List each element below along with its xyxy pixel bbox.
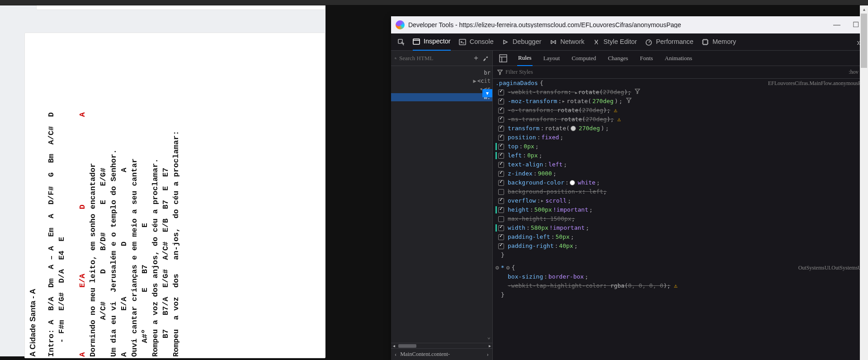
- window-titlebar[interactable]: Developer Tools - https://elizeu-ferreir…: [391, 16, 868, 33]
- css-declaration[interactable]: padding-right: 40px;: [495, 242, 863, 251]
- domtree-overflow-icon[interactable]: ⌄: [487, 333, 491, 341]
- css-declaration[interactable]: top: 0px;: [495, 142, 863, 151]
- subtab-layout[interactable]: Layout: [542, 51, 561, 66]
- gear-icon[interactable]: ⚙: [495, 263, 499, 272]
- css-declaration[interactable]: -ms-transform: rotate(270deg);⚠: [495, 115, 863, 124]
- song-body: Intro: A B/A Dm A – A Em A D/F# G Bm A/C…: [47, 36, 181, 357]
- subtab-rules[interactable]: Rules: [517, 51, 533, 66]
- decl-enable-checkbox[interactable]: [498, 117, 504, 123]
- h-scroll-thumb[interactable]: [398, 344, 416, 348]
- subtab-fonts[interactable]: Fonts: [639, 51, 654, 66]
- tab-inspector[interactable]: Inspector: [413, 33, 451, 51]
- filter-icon[interactable]: [635, 88, 640, 97]
- css-declaration[interactable]: text-align: left;: [495, 160, 863, 169]
- rule-source-link[interactable]: EFLouvoresCifras.MainFlow.anonymousPa: [768, 80, 863, 87]
- css-declaration[interactable]: max-height: 1500px;: [495, 214, 863, 223]
- eyedropper-button[interactable]: [482, 53, 489, 63]
- rule-source-link[interactable]: OutSystemsUI.OutSystemsUI: [798, 265, 863, 271]
- decl-enable-checkbox[interactable]: [498, 207, 504, 213]
- decl-enable-checkbox[interactable]: [498, 216, 504, 222]
- css-declaration[interactable]: width: 580px !important;: [495, 223, 863, 232]
- decl-enable-checkbox[interactable]: [498, 162, 504, 168]
- new-node-button[interactable]: ＋: [472, 53, 480, 63]
- tab-console[interactable]: Console: [459, 33, 494, 51]
- subtab-changes[interactable]: Changes: [607, 51, 629, 66]
- tab-performance[interactable]: Performance: [645, 33, 693, 51]
- dom-tree[interactable]: br▶<cit▾<c m:▾⌄: [391, 66, 492, 343]
- decl-enable-checkbox[interactable]: [498, 189, 504, 195]
- css-declaration[interactable]: transform: rotate( 270deg);: [495, 124, 863, 133]
- css-declaration[interactable]: position: fixed;: [495, 133, 863, 142]
- rule-selector-row[interactable]: .paginaDados {EFLouvoresCifras.MainFlow.…: [495, 79, 863, 88]
- subtab-animations[interactable]: Animations: [664, 51, 693, 66]
- decl-enable-checkbox[interactable]: [498, 225, 504, 231]
- dom-h-scrollbar[interactable]: ◂ ▸: [391, 343, 492, 348]
- warning-icon[interactable]: ⚠: [674, 281, 678, 290]
- tab-style-editor[interactable]: Style Editor: [593, 33, 637, 51]
- filter-styles-input[interactable]: [505, 69, 849, 76]
- os-top-bar: [0, 0, 868, 5]
- html-search-input[interactable]: [399, 55, 470, 62]
- tab-debugger[interactable]: Debugger: [502, 33, 542, 51]
- css-declaration[interactable]: -webkit-tap-highlight-color: rgba(0, 0, …: [495, 281, 863, 290]
- decl-enable-checkbox[interactable]: [498, 126, 504, 132]
- decl-enable-checkbox[interactable]: [498, 180, 504, 186]
- crumb-next[interactable]: ›: [487, 351, 489, 358]
- network-icon: [550, 38, 557, 46]
- decl-enable-checkbox[interactable]: [498, 90, 504, 95]
- css-declaration[interactable]: -o-transform: rotate(270deg);⚠: [495, 106, 863, 115]
- css-declaration[interactable]: box-sizing: border-box;: [495, 272, 863, 281]
- page-v-scrollbar[interactable]: ▴: [860, 5, 868, 360]
- warning-icon[interactable]: ⚠: [614, 106, 618, 115]
- svg-rect-6: [500, 55, 507, 62]
- tab-network[interactable]: Network: [550, 33, 585, 51]
- subtab-computed[interactable]: Computed: [571, 51, 597, 66]
- search-icon: [395, 55, 396, 62]
- css-declaration[interactable]: -webkit-transform: ▸rotate(270deg);: [495, 88, 863, 97]
- decl-enable-checkbox[interactable]: [498, 135, 504, 141]
- rule-close-brace: }: [495, 251, 863, 260]
- devtools-window: Developer Tools - https://elizeu-ferreir…: [391, 16, 868, 360]
- css-declaration[interactable]: height: 500px !important;: [495, 205, 863, 214]
- rules-list[interactable]: .paginaDados {EFLouvoresCifras.MainFlow.…: [493, 79, 868, 360]
- crumb-prev[interactable]: ‹: [395, 351, 396, 358]
- song-title: A Cidade Santa - A: [28, 36, 38, 357]
- css-declaration[interactable]: z-index: 9000;: [495, 169, 863, 178]
- rules-subtabs: RulesLayoutComputedChangesFontsAnimation…: [493, 51, 868, 66]
- warning-icon[interactable]: ⚠: [618, 115, 621, 124]
- rule-selector-row[interactable]: ⚙*⚙ {OutSystemsUI.OutSystemsUI: [495, 263, 863, 272]
- gear-icon[interactable]: ⚙: [506, 263, 510, 272]
- funnel-icon: [497, 70, 503, 75]
- decl-enable-checkbox[interactable]: [498, 144, 504, 150]
- dom-node[interactable]: ▾<c: [391, 85, 492, 93]
- css-declaration[interactable]: overflow: ▸scroll;: [495, 196, 863, 205]
- decl-enable-checkbox[interactable]: [498, 198, 504, 204]
- dom-node[interactable]: ▶<cit: [391, 77, 492, 85]
- scroll-left-arrow[interactable]: ◂: [391, 343, 396, 349]
- decl-enable-checkbox[interactable]: [498, 171, 504, 177]
- scroll-right-arrow[interactable]: ▸: [487, 343, 492, 349]
- tab-memory[interactable]: Memory: [702, 33, 736, 51]
- css-declaration[interactable]: padding-left: 50px;: [495, 232, 863, 242]
- decl-enable-checkbox[interactable]: [498, 153, 504, 159]
- minimize-button[interactable]: —: [829, 21, 844, 28]
- css-declaration[interactable]: -moz-transform: ▸rotate(270deg);: [495, 97, 863, 106]
- breadcrumb-text[interactable]: MainContent.content-: [400, 351, 450, 358]
- css-declaration[interactable]: background-position-x: left;: [495, 187, 863, 196]
- css-declaration[interactable]: left: 0px;: [495, 151, 863, 160]
- dom-node[interactable]: m:: [391, 93, 492, 101]
- svg-rect-1: [413, 39, 420, 44]
- css-declaration[interactable]: background-color: white;: [495, 178, 863, 187]
- decl-enable-checkbox[interactable]: [498, 108, 504, 114]
- filter-icon[interactable]: [626, 97, 632, 106]
- decl-enable-checkbox[interactable]: [498, 243, 504, 249]
- pick-element-button[interactable]: [397, 33, 405, 51]
- scroll-up-arrow[interactable]: ▴: [860, 5, 868, 14]
- v-scroll-thumb[interactable]: [861, 14, 867, 68]
- layout-toggle-icon[interactable]: [499, 54, 507, 62]
- decl-enable-checkbox[interactable]: [498, 99, 504, 104]
- memory-icon: [702, 38, 709, 46]
- decl-enable-checkbox[interactable]: [498, 234, 504, 240]
- dom-node[interactable]: br: [391, 69, 492, 77]
- selected-node-expand-icon[interactable]: ▾: [482, 89, 492, 97]
